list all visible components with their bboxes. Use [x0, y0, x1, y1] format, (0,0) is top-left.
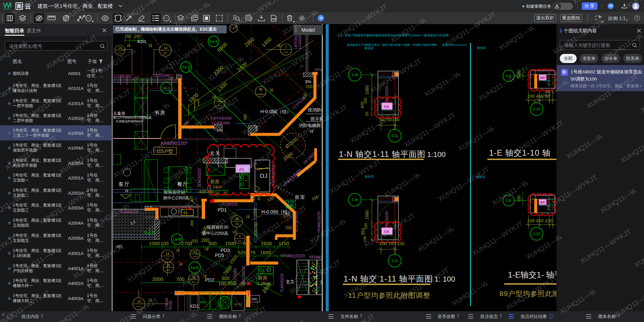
- svg-text:1-11: 1-11: [391, 259, 398, 263]
- svg-text:1-N: 1-N: [352, 198, 358, 202]
- svg-text:1-E 轴交1-10 轴: 1-E 轴交1-10 轴: [489, 148, 551, 157]
- svg-text:500: 500: [208, 241, 217, 246]
- svg-text:AXA: AXA: [193, 256, 197, 258]
- svg-text:1-N 轴交 1-11 轴平面图: 1-N 轴交 1-11 轴平面图: [344, 274, 433, 283]
- svg-text:400 450: 400 450: [199, 189, 215, 194]
- svg-text:1150: 1150: [279, 241, 289, 246]
- svg-text:100: 100: [364, 223, 368, 229]
- svg-text:LC430160: LC430160: [212, 121, 230, 125]
- svg-text:100 450 50: 100 450 50: [527, 94, 550, 99]
- svg-text:H-0.050（结）: H-0.050（结）: [260, 109, 291, 114]
- svg-text:AXA: AXA: [235, 223, 239, 225]
- svg-text:LC156125: LC156125: [221, 202, 238, 206]
- svg-text:1600: 1600: [260, 250, 271, 255]
- svg-text:修改后: 修改后: [365, 175, 374, 178]
- svg-text:详: 详: [127, 43, 131, 48]
- svg-text:PD3: PD3: [221, 248, 230, 253]
- svg-text:3.26m²: 3.26m²: [257, 281, 271, 286]
- svg-text:DRAWING: DRAWING: [3, 8, 11, 10]
- svg-text:14: 14: [137, 300, 141, 303]
- svg-text:留洞直径30: 留洞直径30: [207, 225, 228, 230]
- svg-text:AK: AK: [239, 167, 245, 172]
- svg-text:50750100: 50750100: [379, 117, 399, 122]
- svg-text:1050: 1050: [253, 208, 258, 217]
- svg-text:115户型: 115户型: [156, 149, 173, 154]
- svg-text:2700: 2700: [181, 241, 192, 246]
- svg-text:100: 100: [160, 241, 168, 246]
- svg-text:220: 220: [189, 196, 193, 202]
- svg-text:300: 300: [221, 276, 229, 281]
- svg-text:100 700 100: 100 700 100: [379, 241, 405, 246]
- svg-text:其余修改详下列附图示意处（烟道户型初装修-户型图。未附图户型: 其余修改详下列附图示意处（烟道户型初装修-户型图。未附图户型参照调整），修改日期…: [347, 43, 467, 46]
- svg-text:2500: 2500: [282, 151, 294, 162]
- svg-text:AK: AK: [252, 297, 257, 301]
- svg-text:89户型均参照此附图调: 89户型均参照此附图调: [500, 290, 556, 297]
- svg-text:（结）: （结）: [114, 245, 125, 249]
- svg-text:KD1: KD1: [137, 39, 146, 44]
- svg-text:5.74m²: 5.74m²: [209, 185, 223, 190]
- svg-text:11户型均参照此附图调整: 11户型均参照此附图调整: [348, 291, 430, 299]
- svg-text:50: 50: [365, 112, 369, 116]
- svg-text:1a-C: 1a-C: [191, 265, 199, 269]
- svg-text:1500: 1500: [225, 241, 236, 246]
- svg-text:3%: 3%: [305, 79, 311, 84]
- svg-text:50: 50: [240, 282, 245, 286]
- svg-text:AK: AK: [540, 200, 545, 204]
- svg-text:PDF: PDF: [272, 18, 277, 20]
- svg-text:700: 700: [285, 226, 292, 230]
- svg-text:KD1: KD1: [190, 303, 199, 309]
- svg-text:YFHM: YFHM: [315, 68, 325, 72]
- svg-text:700: 700: [243, 115, 247, 121]
- svg-text:1-N: 1-N: [352, 73, 358, 77]
- svg-text:200: 200: [201, 237, 209, 243]
- svg-text:1300: 1300: [216, 81, 228, 93]
- svg-text:LC210160: LC210160: [153, 73, 170, 77]
- svg-text:详: 详: [205, 247, 209, 252]
- svg-text:PD2: PD2: [205, 277, 214, 283]
- svg-text:6: 6: [239, 234, 241, 238]
- svg-text:1-10: 1-10: [533, 232, 540, 236]
- svg-text:1-E: 1-E: [506, 198, 511, 202]
- svg-text:AXA: AXA: [192, 281, 196, 283]
- svg-text:详: 详: [179, 262, 183, 267]
- svg-text:TLM160220: TLM160220: [280, 273, 284, 292]
- svg-text:修改前: 修改前: [477, 46, 486, 50]
- svg-text:1680: 1680: [365, 85, 369, 95]
- svg-text:AXA: AXA: [238, 240, 242, 242]
- svg-text:NM090220*: NM090220*: [161, 140, 188, 146]
- svg-text:AXA: AXA: [118, 52, 122, 54]
- svg-text:AXA: AXA: [163, 52, 167, 54]
- svg-text:100: 100: [363, 97, 367, 104]
- svg-text:AXA: AXA: [218, 105, 222, 107]
- svg-text:700: 700: [305, 84, 313, 89]
- svg-text:AXA: AXA: [284, 51, 288, 53]
- svg-text:H: H: [310, 129, 313, 134]
- svg-text:50: 50: [545, 90, 550, 94]
- svg-text:洞中心2250高: 洞中心2250高: [202, 231, 228, 236]
- svg-text:1、所有户型烟道外侧砌体墙保温厚度由50mm调整为100mm: 1、所有户型烟道外侧砌体墙保温厚度由50mm调整为100mm（烟道修改方向加厚）…: [340, 34, 454, 37]
- svg-text:详: 详: [232, 230, 236, 235]
- svg-text:75160: 75160: [168, 301, 172, 311]
- svg-text:1000: 1000: [149, 241, 160, 246]
- svg-text:2400: 2400: [236, 61, 248, 72]
- svg-text:客厅: 客厅: [119, 181, 130, 187]
- svg-text:H: H: [125, 189, 128, 193]
- svg-text:详: 详: [277, 43, 281, 48]
- svg-text:250: 250: [125, 34, 131, 39]
- svg-text:修改前: 修改前: [364, 46, 374, 50]
- svg-text:AXA: AXA: [259, 93, 263, 95]
- svg-text:1a-3: 1a-3: [210, 39, 217, 43]
- svg-text:厨房: 厨房: [258, 276, 267, 281]
- svg-text:1a-2: 1a-2: [182, 65, 190, 69]
- svg-text:F1: F1: [184, 211, 188, 215]
- svg-text:AK: AK: [384, 229, 390, 234]
- svg-text:书房: 书房: [154, 110, 166, 116]
- svg-text:2300: 2300: [229, 254, 239, 265]
- svg-text:LBY430100: LBY430100: [211, 116, 231, 120]
- svg-text:1:100: 1:100: [427, 150, 446, 159]
- svg-text:700: 700: [176, 277, 184, 282]
- svg-text:1: 100: 1: 100: [434, 275, 455, 283]
- svg-text:7800: 7800: [222, 264, 233, 277]
- svg-text:玄关: 玄关: [210, 151, 221, 156]
- svg-text:1800: 1800: [187, 92, 199, 103]
